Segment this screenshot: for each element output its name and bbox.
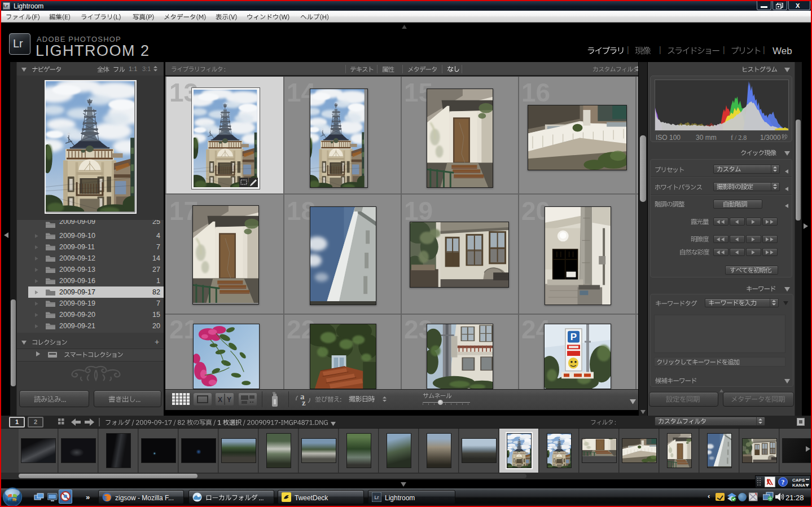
svg-text:Y: Y (227, 396, 231, 404)
svg-text:X: X (218, 396, 222, 404)
svg-text:Lr: Lr (374, 495, 379, 500)
svg-text:?: ? (782, 478, 785, 486)
svg-text:z: z (302, 398, 306, 406)
